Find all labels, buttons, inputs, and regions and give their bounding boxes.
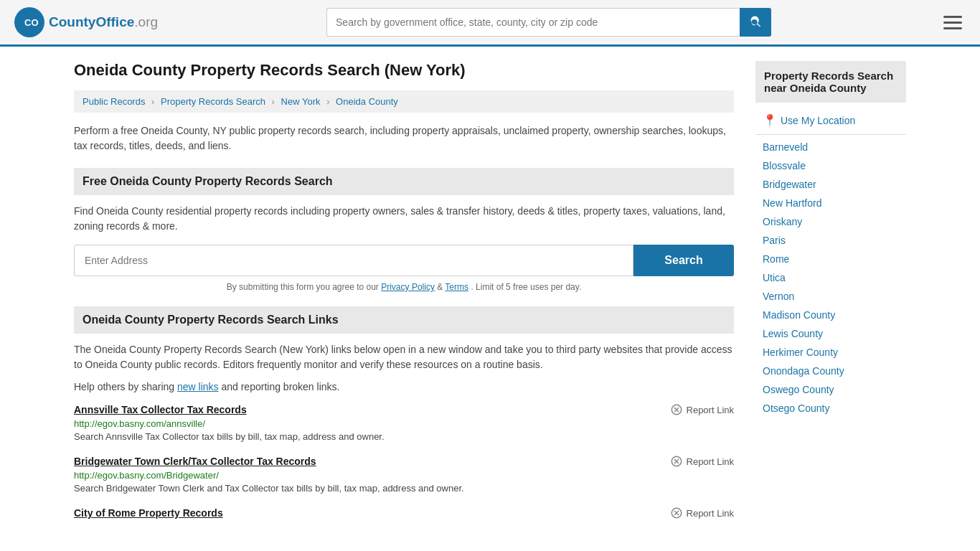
- sharing-text: Help others by sharing new links and rep…: [74, 381, 734, 392]
- sidebar-link-oriskany[interactable]: Oriskany: [755, 212, 906, 231]
- use-my-location-link[interactable]: 📍 Use My Location: [755, 110, 906, 131]
- free-search-description: Find Oneida County residential property …: [74, 204, 734, 234]
- page-title: Oneida County Property Records Search (N…: [74, 61, 734, 80]
- breadcrumb-oneida-county[interactable]: Oneida County: [336, 96, 398, 107]
- privacy-policy-link[interactable]: Privacy Policy: [381, 282, 435, 292]
- link-item-bridgewater: Bridgewater Town Clerk/Tax Collector Tax…: [74, 455, 734, 494]
- sidebar-link-onondaga-county[interactable]: Onondaga County: [755, 362, 906, 380]
- sidebar-link-vernon[interactable]: Vernon: [755, 287, 906, 306]
- link-title-rome[interactable]: City of Rome Property Records: [74, 507, 223, 519]
- link-desc-bridgewater: Search Bridgewater Town Clerk and Tax Co…: [74, 483, 734, 494]
- main-container: Oneida County Property Records Search (N…: [60, 47, 920, 548]
- sidebar-link-utica[interactable]: Utica: [755, 268, 906, 287]
- sidebar-header: Property Records Search near Oneida Coun…: [755, 61, 906, 103]
- address-input[interactable]: [74, 245, 633, 276]
- report-link-bridgewater[interactable]: Report Link: [670, 455, 734, 468]
- search-button[interactable]: Search: [633, 245, 734, 276]
- logo-area: CO CountyOffice.org: [14, 7, 158, 37]
- breadcrumb-sep-1: ›: [151, 96, 154, 107]
- report-link-rome[interactable]: Report Link: [670, 507, 734, 519]
- breadcrumb-sep-3: ›: [326, 96, 329, 107]
- header: CO CountyOffice.org: [0, 0, 980, 47]
- link-item-annsville: Annsville Tax Collector Tax Records Repo…: [74, 403, 734, 442]
- sidebar-link-lewis-county[interactable]: Lewis County: [755, 324, 906, 343]
- location-pin-icon: 📍: [763, 113, 777, 127]
- sidebar-link-paris[interactable]: Paris: [755, 231, 906, 250]
- report-link-annsville[interactable]: Report Link: [670, 403, 734, 416]
- sidebar: Property Records Search near Oneida Coun…: [755, 61, 906, 534]
- sidebar-link-blossvale[interactable]: Blossvale: [755, 156, 906, 175]
- links-section: Oneida County Property Records Search Li…: [74, 306, 734, 519]
- link-title-bridgewater[interactable]: Bridgewater Town Clerk/Tax Collector Tax…: [74, 456, 316, 467]
- sidebar-link-herkimer-county[interactable]: Herkimer County: [755, 343, 906, 362]
- breadcrumb-new-york[interactable]: New York: [281, 96, 321, 107]
- link-url-annsville[interactable]: http://egov.basny.com/annsville/: [74, 418, 734, 429]
- header-search-input[interactable]: [326, 8, 740, 37]
- link-item-rome: City of Rome Property Records Report Lin…: [74, 507, 734, 519]
- header-search-button[interactable]: [740, 8, 771, 37]
- sidebar-link-bridgewater[interactable]: Bridgewater: [755, 175, 906, 194]
- new-links-link[interactable]: new links: [177, 381, 219, 392]
- sidebar-link-madison-county[interactable]: Madison County: [755, 306, 906, 324]
- free-search-header: Free Oneida County Property Records Sear…: [74, 168, 734, 195]
- breadcrumb-sep-2: ›: [272, 96, 275, 107]
- sidebar-link-otsego-county[interactable]: Otsego County: [755, 399, 906, 418]
- logo-icon: CO: [14, 7, 44, 37]
- breadcrumb: Public Records › Property Records Search…: [74, 90, 734, 113]
- link-title-annsville[interactable]: Annsville Tax Collector Tax Records: [74, 404, 247, 415]
- sidebar-link-barneveld[interactable]: Barneveld: [755, 138, 906, 156]
- terms-link[interactable]: Terms: [445, 282, 468, 292]
- free-search-section: Free Oneida County Property Records Sear…: [74, 168, 734, 292]
- links-description: The Oneida County Property Records Searc…: [74, 342, 734, 372]
- logo-text: CountyOffice.org: [49, 14, 158, 30]
- svg-text:CO: CO: [24, 17, 39, 28]
- sidebar-link-rome[interactable]: Rome: [755, 250, 906, 268]
- content-area: Oneida County Property Records Search (N…: [74, 61, 734, 534]
- hamburger-menu[interactable]: [940, 12, 966, 33]
- link-url-bridgewater[interactable]: http://egov.basny.com/Bridgewater/: [74, 470, 734, 481]
- links-section-header: Oneida County Property Records Search Li…: [74, 306, 734, 334]
- breadcrumb-property-records-search[interactable]: Property Records Search: [161, 96, 265, 107]
- main-description: Perform a free Oneida County, NY public …: [74, 123, 734, 154]
- breadcrumb-public-records[interactable]: Public Records: [83, 96, 145, 107]
- sidebar-link-oswego-county[interactable]: Oswego County: [755, 380, 906, 399]
- link-item-annsville-header: Annsville Tax Collector Tax Records Repo…: [74, 403, 734, 416]
- link-item-bridgewater-header: Bridgewater Town Clerk/Tax Collector Tax…: [74, 455, 734, 468]
- sidebar-link-new-hartford[interactable]: New Hartford: [755, 194, 906, 212]
- sidebar-divider-1: [755, 134, 906, 135]
- header-search-area: [326, 8, 771, 37]
- form-disclaimer: By submitting this form you agree to our…: [74, 282, 734, 292]
- link-desc-annsville: Search Annsville Tax Collector tax bills…: [74, 431, 734, 442]
- address-search-form: Search: [74, 245, 734, 276]
- link-item-rome-header: City of Rome Property Records Report Lin…: [74, 507, 734, 519]
